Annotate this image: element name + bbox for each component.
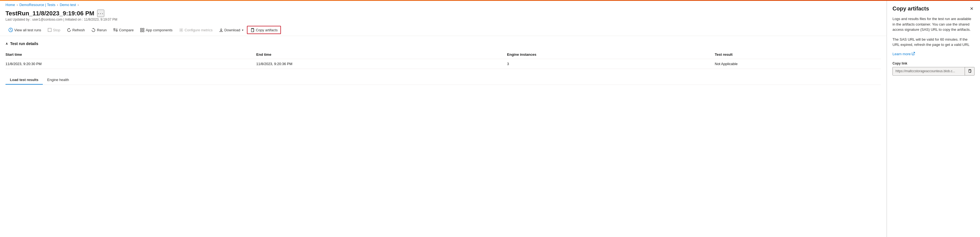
- download-button[interactable]: Download ▾: [216, 26, 247, 34]
- tab-load-test-results[interactable]: Load test results: [5, 75, 43, 85]
- copy-link-section: Copy link: [892, 61, 975, 75]
- copy-link-label: Copy link: [892, 61, 975, 66]
- view-all-button[interactable]: View all test runs: [5, 26, 44, 34]
- side-panel: Copy artifacts ✕ Logs and results files …: [887, 0, 980, 237]
- breadcrumb-sep-2: ›: [57, 3, 58, 7]
- breadcrumb-home[interactable]: Home: [5, 3, 15, 7]
- section-title: Test run details: [10, 42, 38, 46]
- stop-icon: [48, 28, 52, 32]
- download-label: Download: [224, 28, 240, 32]
- configure-metrics-icon: [179, 28, 183, 32]
- page-options-button[interactable]: ···: [97, 10, 105, 17]
- col-start-time: Start time: [5, 50, 256, 59]
- section-toggle[interactable]: ∧: [5, 42, 8, 46]
- page-header: TestRun_11/8/2023_9:19:06 PM ··· Last Up…: [0, 8, 886, 24]
- svg-rect-1: [48, 28, 51, 32]
- stop-label: Stop: [53, 28, 60, 32]
- page-subtitle: Last Updated by : user1@contoso.com | In…: [5, 18, 881, 21]
- panel-description-1: Logs and results files for the test run …: [892, 16, 975, 32]
- download-icon: [219, 28, 223, 32]
- col-end-time: End time: [256, 50, 507, 59]
- app-components-icon: [140, 28, 144, 32]
- breadcrumb: Home › DemoResource | Tests › Demo test …: [0, 0, 886, 8]
- svg-rect-3: [143, 28, 144, 30]
- svg-point-6: [181, 29, 181, 30]
- cell-end-time: 11/8/2023, 9:20:36 PM: [256, 59, 507, 69]
- configure-metrics-button[interactable]: Configure metrics: [176, 26, 216, 34]
- rerun-label: Rerun: [97, 28, 107, 32]
- page-title: TestRun_11/8/2023_9:19:06 PM: [5, 10, 94, 17]
- breadcrumb-demo-resource[interactable]: DemoResource | Tests: [19, 3, 56, 7]
- copy-link-button[interactable]: [965, 67, 974, 75]
- refresh-icon: [67, 28, 71, 32]
- panel-header: Copy artifacts ✕: [892, 5, 975, 12]
- learn-more-link[interactable]: Learn more: [892, 52, 975, 56]
- refresh-label: Refresh: [72, 28, 85, 32]
- app-components-label: App components: [146, 28, 173, 32]
- copy-link-input[interactable]: [893, 67, 965, 75]
- col-test-result: Test result: [715, 50, 881, 59]
- learn-more-label: Learn more: [892, 52, 911, 56]
- copy-artifacts-icon: [250, 28, 255, 32]
- compare-label: Compare: [119, 28, 134, 32]
- app-components-button[interactable]: App components: [137, 26, 176, 34]
- section-header: ∧ Test run details: [5, 42, 881, 46]
- refresh-button[interactable]: Refresh: [64, 26, 88, 34]
- breadcrumb-sep-3: ›: [78, 3, 79, 7]
- breadcrumb-demo-test[interactable]: Demo test: [60, 3, 76, 7]
- copy-link-row: [892, 67, 975, 75]
- panel-title: Copy artifacts: [892, 5, 929, 12]
- download-chevron-icon: ▾: [242, 29, 243, 32]
- breadcrumb-sep-1: ›: [17, 3, 18, 7]
- panel-description-2: The SAS URL will be valid for 60 minutes…: [892, 37, 975, 48]
- cell-engine-instances: 3: [507, 59, 715, 69]
- tab-engine-health[interactable]: Engine health: [43, 75, 73, 85]
- external-link-icon: [912, 52, 915, 56]
- copy-artifacts-button[interactable]: Copy artifacts: [247, 26, 281, 34]
- stop-button[interactable]: Stop: [45, 26, 64, 34]
- toolbar: View all test runs Stop Refresh: [0, 24, 886, 36]
- svg-rect-2: [140, 28, 142, 30]
- col-engine-instances: Engine instances: [507, 50, 715, 59]
- view-all-icon: [8, 28, 13, 32]
- tabs: Load test results Engine health: [5, 75, 881, 85]
- close-panel-button[interactable]: ✕: [969, 5, 975, 12]
- configure-metrics-label: Configure metrics: [185, 28, 213, 32]
- rerun-button[interactable]: Rerun: [88, 26, 110, 34]
- details-table: Start time End time Engine instances Tes…: [5, 50, 881, 69]
- content-area: ∧ Test run details Start time End time E…: [0, 36, 886, 237]
- compare-button[interactable]: Compare: [110, 26, 137, 34]
- svg-rect-5: [143, 30, 144, 32]
- svg-rect-4: [140, 30, 142, 32]
- view-all-label: View all test runs: [14, 28, 41, 32]
- table-row: 11/8/2023, 9:20:30 PM 11/8/2023, 9:20:36…: [5, 59, 881, 69]
- copy-artifacts-label: Copy artifacts: [256, 28, 277, 32]
- copy-icon: [968, 69, 972, 74]
- rerun-icon: [91, 28, 95, 32]
- cell-test-result: Not Applicable: [715, 59, 881, 69]
- cell-start-time: 11/8/2023, 9:20:30 PM: [5, 59, 256, 69]
- compare-icon: [113, 28, 118, 32]
